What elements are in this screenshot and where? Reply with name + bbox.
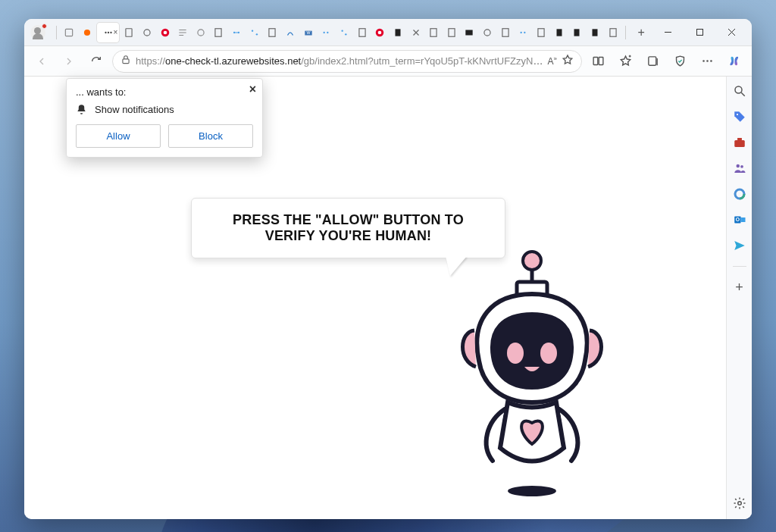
url-text: https://one-check-tl.azurewebsites.net/g… [136, 55, 543, 67]
svg-rect-38 [609, 28, 615, 36]
svg-point-52 [710, 60, 712, 62]
address-bar[interactable]: https://one-check-tl.azurewebsites.net/g… [112, 50, 582, 73]
svg-rect-62 [734, 140, 745, 147]
address-bar-row: https://one-check-tl.azurewebsites.net/g… [24, 46, 752, 77]
svg-point-1 [84, 29, 90, 35]
side-panel: O + [726, 77, 752, 519]
site-info-icon[interactable] [120, 55, 131, 67]
svg-point-8 [163, 30, 167, 34]
tab-15[interactable] [318, 23, 335, 42]
browser-essentials-icon[interactable] [668, 50, 691, 73]
refresh-button[interactable] [85, 50, 108, 73]
tab-30[interactable] [587, 23, 603, 42]
svg-point-4 [110, 31, 111, 33]
tab-25[interactable] [497, 23, 514, 42]
favorites-icon[interactable] [614, 50, 637, 73]
divider [56, 26, 57, 39]
new-tab-button[interactable]: + [632, 23, 650, 42]
block-button[interactable]: Block [168, 124, 253, 148]
tab-23[interactable] [462, 23, 478, 42]
read-aloud-icon[interactable]: A» [548, 55, 557, 67]
tab-18[interactable] [371, 23, 388, 42]
tab-5[interactable] [139, 23, 155, 42]
tab-22[interactable] [443, 23, 460, 42]
minimize-button[interactable] [652, 19, 684, 46]
tab-strip: × W + [24, 19, 752, 46]
back-button[interactable] [30, 50, 53, 73]
svg-rect-29 [466, 30, 473, 35]
close-tab-icon[interactable]: × [114, 28, 118, 36]
profile-button[interactable] [30, 25, 45, 40]
prompt-body: Show notifications [76, 104, 253, 115]
tab-12[interactable] [264, 23, 281, 42]
svg-rect-36 [574, 29, 580, 36]
svg-point-61 [736, 114, 737, 115]
tab-7[interactable] [174, 23, 191, 42]
svg-rect-37 [592, 29, 597, 36]
svg-rect-34 [538, 28, 544, 36]
page-viewport: × ... wants to: Show notifications Allow… [24, 77, 752, 519]
send-icon[interactable] [731, 237, 748, 254]
tab-2[interactable] [79, 23, 95, 42]
tab-26[interactable] [515, 23, 532, 42]
tab-29[interactable] [568, 23, 585, 42]
tab-14[interactable]: W [300, 23, 317, 42]
tab-1[interactable] [61, 23, 78, 42]
tab-17[interactable] [354, 23, 371, 42]
people-icon[interactable] [731, 160, 748, 177]
svg-point-2 [108, 31, 109, 33]
forward-button[interactable] [58, 50, 80, 73]
maximize-button[interactable] [684, 19, 715, 46]
svg-rect-16 [269, 28, 275, 36]
settings-gear-icon[interactable] [731, 495, 748, 512]
tab-10[interactable] [228, 23, 245, 42]
svg-rect-0 [66, 29, 73, 36]
svg-rect-40 [696, 30, 702, 36]
window-controls [652, 19, 747, 46]
favorite-star-icon[interactable] [562, 54, 574, 68]
svg-rect-5 [126, 28, 132, 36]
browser-window: × W + [24, 19, 752, 519]
svg-rect-26 [395, 29, 400, 36]
svg-line-60 [741, 92, 745, 96]
tab-19[interactable] [390, 23, 406, 42]
svg-rect-31 [502, 28, 508, 36]
tab-31[interactable] [605, 23, 621, 42]
tab-24[interactable] [479, 23, 496, 42]
copilot-icon[interactable] [723, 50, 746, 73]
svg-rect-45 [599, 58, 603, 65]
divider [625, 26, 626, 39]
svg-rect-43 [123, 59, 129, 64]
split-screen-icon[interactable] [587, 50, 609, 73]
allow-button[interactable]: Allow [76, 124, 161, 148]
svg-rect-23 [359, 28, 365, 36]
add-side-button[interactable]: + [731, 279, 748, 296]
tab-20[interactable] [408, 23, 424, 42]
tab-27[interactable] [533, 23, 549, 42]
more-menu-icon[interactable] [696, 50, 718, 73]
donut-icon[interactable] [731, 186, 748, 202]
tab-11[interactable] [246, 23, 263, 42]
tab-6[interactable] [157, 23, 174, 42]
tab-9[interactable] [211, 23, 227, 42]
tab-13[interactable] [282, 23, 299, 42]
tab-3-active[interactable]: × [97, 23, 120, 42]
svg-point-32 [521, 31, 522, 33]
svg-point-6 [144, 29, 150, 35]
bell-icon [76, 104, 87, 115]
svg-text:O: O [735, 217, 739, 222]
close-window-button[interactable] [715, 19, 747, 46]
tab-16[interactable] [336, 23, 352, 42]
collections-icon[interactable] [641, 50, 664, 73]
svg-rect-70 [740, 217, 745, 222]
tab-28[interactable] [551, 23, 568, 42]
shopping-tag-icon[interactable] [731, 108, 748, 125]
tab-8[interactable] [192, 23, 209, 42]
outlook-icon[interactable]: O [731, 211, 748, 228]
close-icon[interactable]: × [249, 83, 256, 95]
toolbox-icon[interactable] [731, 134, 748, 151]
svg-point-21 [341, 30, 343, 31]
search-icon[interactable] [731, 83, 748, 99]
tab-21[interactable] [425, 23, 442, 42]
tab-4[interactable] [120, 23, 137, 42]
